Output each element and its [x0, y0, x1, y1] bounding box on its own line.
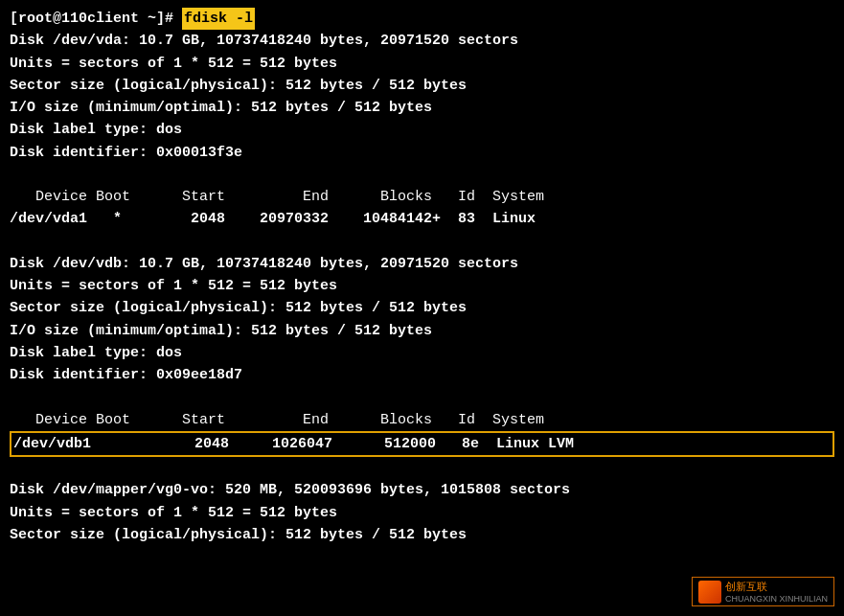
prompt-line: [root@110client ~]# fdisk -l: [10, 8, 834, 30]
watermark-info: 创新互联 CHUANGXIN XINHUILIAN: [725, 580, 828, 604]
vdb-info5: Disk label type: dos: [10, 342, 834, 364]
vda-info5: Disk label type: dos: [10, 119, 834, 141]
vdb-info6: Disk identifier: 0x09ee18d7: [10, 364, 834, 386]
vda-info4: I/O size (minimum/optimal): 512 bytes / …: [10, 97, 834, 119]
watermark-icon: [698, 581, 721, 604]
blank1: [10, 164, 834, 186]
vda-table-row: /dev/vda1 * 2048 20970332 10484142+ 83 L…: [10, 208, 834, 230]
prompt-text: [root@110client ~]#: [10, 8, 182, 30]
watermark-sub: CHUANGXIN XINHUILIAN: [725, 594, 828, 604]
vdb-info3: Sector size (logical/physical): 512 byte…: [10, 297, 834, 319]
blank2: [10, 231, 834, 253]
watermark: 创新互联 CHUANGXIN XINHUILIAN: [692, 577, 834, 606]
vdb-table-header: Device Boot Start End Blocks Id System: [10, 409, 834, 431]
mapper-info2: Units = sectors of 1 * 512 = 512 bytes: [10, 502, 834, 524]
vda-table-header: Device Boot Start End Blocks Id System: [10, 186, 834, 208]
vdb-info1: Disk /dev/vdb: 10.7 GB, 10737418240 byte…: [10, 253, 834, 275]
command-text: fdisk -l: [182, 8, 255, 30]
vda-info1: Disk /dev/vda: 10.7 GB, 10737418240 byte…: [10, 30, 834, 52]
watermark-box: 创新互联 CHUANGXIN XINHUILIAN: [692, 577, 834, 606]
terminal-window: [root@110client ~]# fdisk -l Disk /dev/v…: [0, 0, 844, 554]
vdb-table-row-highlighted: /dev/vdb1 2048 1026047 512000 8e Linux L…: [10, 431, 834, 457]
mapper-info3: Sector size (logical/physical): 512 byte…: [10, 524, 834, 546]
vda-info2: Units = sectors of 1 * 512 = 512 bytes: [10, 53, 834, 75]
blank3: [10, 386, 834, 408]
vdb-info2: Units = sectors of 1 * 512 = 512 bytes: [10, 275, 834, 297]
mapper-info1: Disk /dev/mapper/vg0-vo: 520 MB, 5200936…: [10, 479, 834, 501]
vda-info3: Sector size (logical/physical): 512 byte…: [10, 75, 834, 97]
blank4: [10, 457, 834, 479]
vda-info6: Disk identifier: 0x00013f3e: [10, 142, 834, 164]
vdb-info4: I/O size (minimum/optimal): 512 bytes / …: [10, 320, 834, 342]
watermark-company: 创新互联: [725, 580, 828, 594]
